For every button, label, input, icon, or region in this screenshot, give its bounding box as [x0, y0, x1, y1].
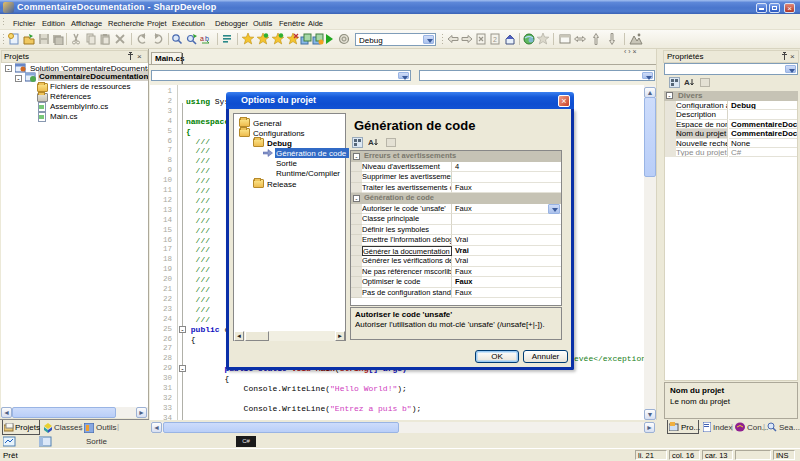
svg-text:A: A — [684, 78, 690, 87]
svg-text:A: A — [368, 138, 374, 147]
svg-text:2: 2 — [493, 36, 497, 43]
svg-text:a: a — [200, 35, 204, 42]
svg-text:b: b — [205, 35, 209, 42]
